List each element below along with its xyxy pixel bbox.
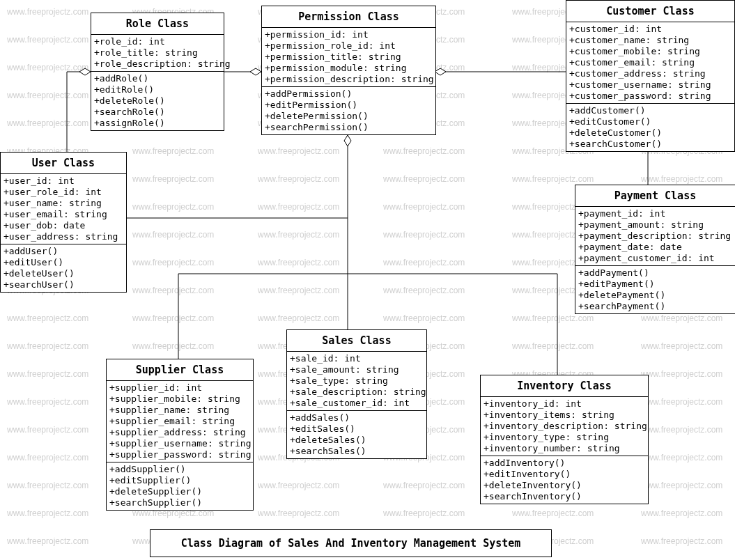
class-member: +permission_id: int	[265, 29, 433, 40]
class-member: +sale_description: string	[290, 387, 424, 398]
watermark-text: www.freeprojectz.com	[641, 481, 722, 490]
class-member: +payment_date: date	[578, 242, 732, 253]
class-user: User Class +user_id: int+user_role_id: i…	[0, 152, 127, 293]
class-attributes: +sale_id: int+sale_amount: string+sale_t…	[287, 352, 426, 411]
class-member: +payment_customer_id: int	[578, 253, 732, 264]
watermark-text: www.freeprojectz.com	[132, 174, 214, 184]
class-member: +deletePermission()	[265, 111, 433, 122]
watermark-text: www.freeprojectz.com	[641, 536, 722, 546]
class-member: +deleteRole()	[94, 95, 221, 107]
class-customer: Customer Class +customer_id: int+custome…	[566, 0, 735, 152]
class-member: +role_id: int	[94, 36, 221, 47]
class-inventory: Inventory Class +inventory_id: int+inven…	[480, 375, 649, 504]
class-member: +customer_username: string	[569, 79, 732, 91]
class-member: +addSupplier()	[109, 464, 250, 475]
class-member: +searchUser()	[3, 279, 123, 290]
watermark-text: www.freeprojectz.com	[258, 313, 339, 323]
watermark-text: www.freeprojectz.com	[383, 146, 465, 156]
watermark-text: www.freeprojectz.com	[132, 146, 214, 156]
watermark-text: www.freeprojectz.com	[383, 230, 465, 240]
class-member: +customer_address: string	[569, 68, 732, 79]
class-attributes: +inventory_id: int+inventory_items: stri…	[481, 397, 648, 456]
class-operations: +addPayment()+editPayment()+deletePaymen…	[575, 266, 735, 313]
watermark-text: www.freeprojectz.com	[132, 258, 214, 267]
class-member: +addUser()	[3, 246, 123, 257]
class-member: +permission_role_id: int	[265, 40, 433, 52]
class-attributes: +customer_id: int+customer_name: string+…	[566, 22, 734, 104]
class-title: Sales Class	[287, 330, 426, 352]
class-member: +supplier_password: string	[109, 449, 250, 460]
class-member: +searchPermission()	[265, 122, 433, 133]
class-member: +addCustomer()	[569, 105, 732, 116]
class-member: +customer_id: int	[569, 24, 732, 35]
watermark-text: www.freeprojectz.com	[7, 35, 88, 45]
watermark-text: www.freeprojectz.com	[258, 146, 339, 156]
class-member: +inventory_type: string	[483, 432, 645, 443]
class-member: +customer_name: string	[569, 35, 732, 46]
class-member: +role_title: string	[94, 47, 221, 59]
watermark-text: www.freeprojectz.com	[641, 508, 722, 518]
watermark-text: www.freeprojectz.com	[132, 313, 214, 323]
class-attributes: +payment_id: int+payment_amount: string+…	[575, 207, 735, 266]
class-permission: Permission Class +permission_id: int+per…	[261, 6, 436, 135]
class-operations: +addUser()+editUser()+deleteUser()+searc…	[1, 244, 126, 292]
class-member: +user_name: string	[3, 198, 123, 209]
class-member: +deleteUser()	[3, 268, 123, 279]
watermark-text: www.freeprojectz.com	[7, 508, 88, 518]
class-member: +user_email: string	[3, 209, 123, 220]
watermark-text: www.freeprojectz.com	[132, 202, 214, 212]
watermark-text: www.freeprojectz.com	[641, 313, 722, 323]
class-member: +permission_title: string	[265, 52, 433, 63]
class-member: +supplier_address: string	[109, 427, 250, 438]
class-member: +payment_description: string	[578, 231, 732, 242]
watermark-text: www.freeprojectz.com	[641, 453, 722, 462]
class-member: +editUser()	[3, 257, 123, 268]
class-title: Customer Class	[566, 1, 734, 22]
class-supplier: Supplier Class +supplier_id: int+supplie…	[106, 359, 254, 511]
class-member: +supplier_username: string	[109, 438, 250, 449]
class-operations: +addInventory()+editInventory()+deleteIn…	[481, 456, 648, 504]
class-member: +editSupplier()	[109, 475, 250, 486]
class-member: +role_description: string	[94, 59, 221, 70]
class-title: Supplier Class	[107, 359, 253, 381]
class-operations: +addCustomer()+editCustomer()+deleteCust…	[566, 104, 734, 151]
class-member: +inventory_number: string	[483, 443, 645, 454]
watermark-text: www.freeprojectz.com	[132, 341, 214, 351]
watermark-text: www.freeprojectz.com	[512, 174, 594, 184]
class-member: +supplier_mobile: string	[109, 394, 250, 405]
watermark-text: www.freeprojectz.com	[512, 313, 594, 323]
class-member: +editPayment()	[578, 279, 732, 290]
class-member: +supplier_email: string	[109, 416, 250, 427]
class-member: +user_role_id: int	[3, 187, 123, 198]
class-member: +addInventory()	[483, 458, 645, 469]
class-member: +inventory_items: string	[483, 410, 645, 421]
watermark-text: www.freeprojectz.com	[383, 286, 465, 295]
watermark-text: www.freeprojectz.com	[7, 63, 88, 72]
class-member: +deleteSales()	[290, 435, 424, 446]
class-member: +addPayment()	[578, 267, 732, 279]
class-member: +searchSupplier()	[109, 497, 250, 508]
class-member: +customer_mobile: string	[569, 46, 732, 57]
class-member: +sale_amount: string	[290, 364, 424, 375]
watermark-text: www.freeprojectz.com	[641, 341, 722, 351]
watermark-text: www.freeprojectz.com	[512, 508, 594, 518]
class-member: +deleteCustomer()	[569, 127, 732, 139]
class-member: +inventory_id: int	[483, 398, 645, 410]
watermark-text: www.freeprojectz.com	[7, 369, 88, 379]
watermark-text: www.freeprojectz.com	[383, 174, 465, 184]
class-member: +supplier_id: int	[109, 382, 250, 394]
class-operations: +addPermission()+editPermission()+delete…	[262, 87, 435, 134]
watermark-text: www.freeprojectz.com	[383, 258, 465, 267]
watermark-text: www.freeprojectz.com	[7, 397, 88, 407]
class-title: Permission Class	[262, 6, 435, 28]
class-member: +addRole()	[94, 73, 221, 84]
class-member: +user_id: int	[3, 176, 123, 187]
class-title: Payment Class	[575, 185, 735, 207]
class-member: +permission_module: string	[265, 63, 433, 74]
watermark-text: www.freeprojectz.com	[7, 453, 88, 462]
class-member: +sale_id: int	[290, 353, 424, 364]
watermark-text: www.freeprojectz.com	[7, 425, 88, 435]
class-member: +supplier_name: string	[109, 405, 250, 416]
watermark-text: www.freeprojectz.com	[641, 425, 722, 435]
watermark-text: www.freeprojectz.com	[383, 508, 465, 518]
